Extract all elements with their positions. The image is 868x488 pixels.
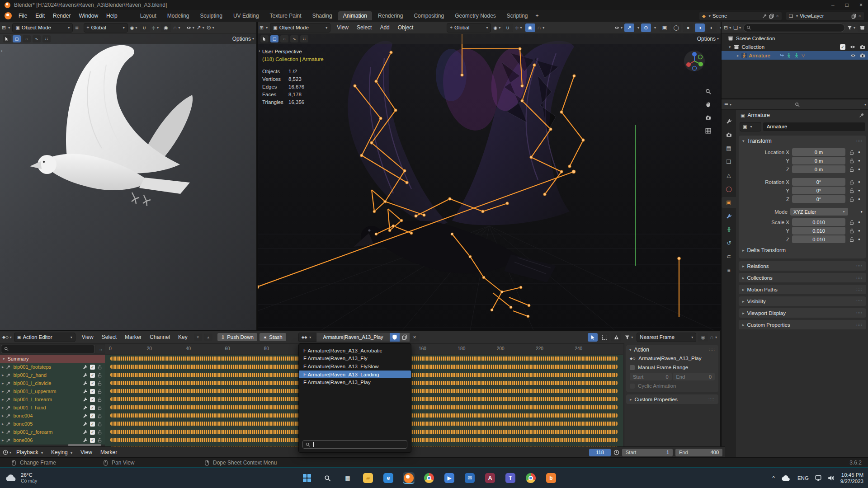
value-field[interactable]: 0.010 bbox=[792, 218, 845, 226]
viewport-menu-select[interactable]: Select bbox=[353, 24, 376, 31]
display-mode-button[interactable]: ❏▾ bbox=[733, 25, 741, 31]
animate-dot-icon[interactable]: ● bbox=[858, 159, 860, 163]
tab-modeling[interactable]: Modeling bbox=[162, 11, 194, 20]
pin-icon[interactable] bbox=[6, 422, 11, 427]
properties-tab-object-data[interactable] bbox=[722, 224, 736, 235]
only-errors-button[interactable] bbox=[611, 333, 621, 342]
proportional-falloff[interactable]: ∩▾ bbox=[710, 334, 717, 340]
animate-dot-icon[interactable]: ● bbox=[858, 237, 860, 241]
expander-icon[interactable]: ▸ bbox=[2, 405, 4, 410]
properties-tab-scene[interactable]: △ bbox=[722, 170, 736, 181]
lock-icon[interactable] bbox=[849, 197, 854, 202]
outliner-row-scene-collection[interactable]: Scene Collection bbox=[722, 34, 868, 42]
overlays-dropdown[interactable]: ⊙▾ bbox=[207, 24, 214, 31]
dopesheet-menu-view[interactable]: View bbox=[78, 334, 98, 340]
animate-dot-icon[interactable]: ● bbox=[858, 220, 860, 224]
shading-rendered-button[interactable]: ◐ bbox=[707, 23, 717, 32]
value-field[interactable]: 0.010 bbox=[792, 235, 845, 243]
onedrive-icon[interactable] bbox=[781, 475, 791, 481]
channel-row-bip001_l_upperarm[interactable]: ▸bip001_l_upperarm✓ bbox=[0, 387, 105, 396]
tab-rendering[interactable]: Rendering bbox=[373, 11, 408, 20]
editor-type-button[interactable]: ⊞▾ bbox=[2, 25, 10, 31]
dopesheet-menu-channel[interactable]: Channel bbox=[146, 334, 174, 340]
channel-row-bip001_r_forearm[interactable]: ▸bip001_r_forearm✓ bbox=[0, 428, 105, 436]
properties-tab-output[interactable]: ▤ bbox=[722, 143, 736, 154]
cyclic-animation-row[interactable]: Cyclic Animation bbox=[626, 382, 718, 389]
properties-tab-modifiers[interactable] bbox=[722, 211, 736, 221]
outliner-row-armature[interactable]: ▸ Armature ↪ ▽ bbox=[722, 51, 868, 60]
lock-icon[interactable] bbox=[97, 422, 102, 427]
timeline-menu-marker[interactable]: Marker bbox=[96, 449, 121, 455]
selectability-dropdown[interactable]: ▾ bbox=[186, 25, 194, 30]
blender-menu-icon[interactable] bbox=[5, 12, 12, 19]
close-button[interactable]: × bbox=[854, 2, 868, 8]
viewport-menu-object[interactable]: Object bbox=[394, 24, 418, 31]
outliner-search-input[interactable] bbox=[743, 23, 845, 32]
delta-transform-section[interactable]: ▸Delta Transform bbox=[739, 243, 866, 255]
section-collections[interactable]: ▸Collections∷∷ bbox=[739, 273, 866, 282]
shading-material-button[interactable]: ◑ bbox=[695, 23, 705, 32]
menu-help[interactable]: Help bbox=[102, 13, 122, 19]
lock-icon[interactable] bbox=[97, 381, 102, 386]
tweak-tool-button[interactable] bbox=[588, 333, 598, 342]
taskbar-icon-blender[interactable] bbox=[403, 472, 415, 484]
action-dropdown-item[interactable]: F Armature|Raven_A13_FlySlow bbox=[299, 362, 411, 371]
wrench-icon[interactable] bbox=[83, 405, 88, 410]
properties-tab-tool[interactable] bbox=[722, 116, 736, 127]
pin-icon[interactable] bbox=[6, 389, 11, 394]
pin-icon[interactable] bbox=[6, 405, 11, 410]
tab-shading[interactable]: Shading bbox=[307, 11, 337, 20]
action-dropdown-item[interactable]: F Armature|Raven_A13_Fly bbox=[299, 355, 411, 363]
lock-icon[interactable] bbox=[97, 405, 102, 410]
render-visibility-icon[interactable] bbox=[860, 53, 865, 58]
mute-checkbox-icon[interactable]: ✓ bbox=[90, 389, 95, 394]
hide-eye-icon[interactable] bbox=[850, 53, 856, 58]
channel-row-bip001_l_hand[interactable]: ▸bip001_l_hand✓ bbox=[0, 404, 105, 412]
mode-selector[interactable]: ▣Object Mode▾ bbox=[270, 23, 330, 33]
select-mode-pick[interactable]: ∷ bbox=[42, 35, 51, 42]
channel-row-bip001_footsteps[interactable]: ▸bip001_footsteps✓ bbox=[0, 363, 105, 371]
properties-tab-world[interactable]: ◯ bbox=[722, 183, 736, 194]
add-workspace-button[interactable]: + bbox=[533, 11, 542, 20]
channel-row-bone004[interactable]: ▸bone004✓ bbox=[0, 412, 105, 420]
summary-channel-row[interactable]: ▾ Summary bbox=[0, 355, 105, 363]
expander-icon[interactable]: ▾ bbox=[3, 357, 5, 361]
tab-sculpting[interactable]: Sculpting bbox=[195, 11, 227, 20]
properties-tab-constraints[interactable]: ⊂ bbox=[722, 251, 736, 262]
lock-icon[interactable] bbox=[97, 365, 102, 370]
camera-view-icon[interactable] bbox=[705, 115, 711, 121]
taskbar-icon-photos[interactable] bbox=[525, 472, 537, 484]
channel-row-bip001_l_forearm[interactable]: ▸bip001_l_forearm✓ bbox=[0, 395, 105, 404]
dropdown-search-input[interactable] bbox=[302, 440, 407, 449]
gizmo-toggle[interactable]: ↗ bbox=[624, 23, 634, 32]
pin-icon[interactable] bbox=[6, 397, 11, 402]
pivot-selector[interactable]: ◉▾ bbox=[130, 25, 137, 30]
rotation-mode-selector[interactable]: XYZ Euler▾ bbox=[790, 208, 848, 216]
select-mode-pick[interactable]: ∷ bbox=[300, 35, 308, 42]
xray-toggle[interactable]: ▣ bbox=[660, 23, 670, 32]
taskbar-icon-start[interactable] bbox=[301, 472, 313, 484]
expander-icon[interactable]: ▸ bbox=[2, 389, 4, 394]
mute-checkbox-icon[interactable]: ✓ bbox=[90, 381, 95, 386]
new-collection-button[interactable] bbox=[858, 24, 867, 32]
mode-selector[interactable]: ▣Object Mode▾ bbox=[12, 23, 73, 33]
orientation-selector[interactable]: ⌖Global▾ bbox=[84, 23, 128, 33]
manual-frame-range-row[interactable]: Manual Frame Range bbox=[626, 364, 718, 371]
select-mode-box[interactable]: ▢ bbox=[13, 35, 21, 42]
pivot-selector[interactable]: ◉▾ bbox=[493, 25, 500, 30]
new-viewlayer-icon[interactable] bbox=[851, 14, 856, 19]
expander-icon[interactable]: ▸ bbox=[2, 438, 4, 442]
frame-end-field[interactable]: End400 bbox=[675, 449, 722, 456]
lock-icon[interactable] bbox=[97, 373, 102, 378]
lock-icon[interactable] bbox=[849, 167, 854, 172]
tab-uv-editing[interactable]: UV Editing bbox=[228, 11, 264, 20]
search-icon[interactable] bbox=[795, 102, 800, 107]
filter-dropdown[interactable]: ▾ bbox=[625, 335, 633, 340]
animate-dot-icon[interactable]: ● bbox=[860, 210, 863, 214]
animate-dot-icon[interactable]: ● bbox=[858, 150, 860, 154]
timeline-menu-playback[interactable]: Playback ▾ bbox=[12, 449, 47, 455]
frame-end-field[interactable]: End0 bbox=[673, 373, 715, 380]
menu-render[interactable]: Render bbox=[49, 13, 75, 19]
action-dropdown-item[interactable]: F Armature|Raven_A13_Acrobatic bbox=[299, 347, 411, 355]
lock-icon[interactable] bbox=[849, 188, 854, 193]
